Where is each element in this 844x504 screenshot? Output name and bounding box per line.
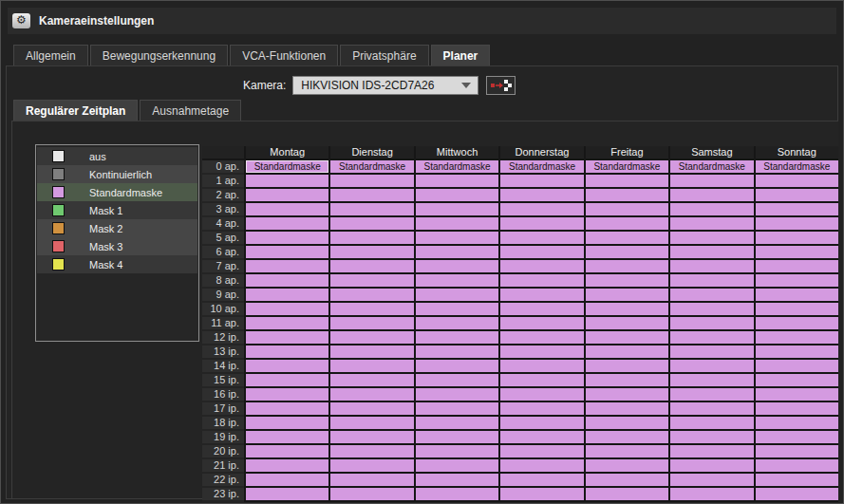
schedule-cell[interactable] (668, 488, 753, 502)
legend-item-mask-1[interactable]: Mask 1 (37, 201, 197, 219)
schedule-cell[interactable] (754, 417, 838, 431)
schedule-cell[interactable] (244, 459, 328, 474)
schedule-cell[interactable] (498, 374, 583, 388)
schedule-cell[interactable] (414, 175, 498, 189)
schedule-cell[interactable] (754, 331, 838, 345)
schedule-cell[interactable] (414, 274, 498, 289)
copy-to-cameras-button[interactable] (486, 76, 516, 95)
schedule-cell[interactable] (668, 388, 753, 402)
legend-item-mask-2[interactable]: Mask 2 (37, 219, 197, 237)
schedule-cell[interactable] (668, 289, 753, 303)
schedule-cell[interactable] (244, 402, 328, 417)
schedule-cell[interactable] (754, 374, 838, 388)
schedule-cell[interactable] (244, 289, 328, 303)
schedule-cell[interactable] (328, 374, 413, 388)
schedule-cell[interactable] (328, 246, 413, 260)
schedule-cell[interactable] (584, 246, 668, 260)
schedule-cell[interactable] (328, 417, 413, 431)
schedule-cell[interactable]: Standardmaske (244, 160, 328, 175)
schedule-cell[interactable] (584, 189, 668, 203)
schedule-cell[interactable] (244, 488, 328, 502)
schedule-cell[interactable] (754, 232, 838, 246)
schedule-cell[interactable] (244, 189, 328, 203)
schedule-cell[interactable] (414, 260, 498, 274)
schedule-cell[interactable] (754, 431, 838, 445)
schedule-cell[interactable] (414, 488, 498, 502)
schedule-cell[interactable] (328, 303, 413, 317)
schedule-cell[interactable] (244, 360, 328, 374)
schedule-cell[interactable] (328, 203, 413, 217)
schedule-cell[interactable] (498, 474, 583, 488)
schedule-cell[interactable] (244, 274, 328, 289)
schedule-cell[interactable] (584, 317, 668, 331)
schedule-cell[interactable] (414, 445, 498, 459)
schedule-cell[interactable] (328, 388, 413, 402)
schedule-cell[interactable] (584, 175, 668, 189)
schedule-cell[interactable] (414, 303, 498, 317)
schedule-cell[interactable] (754, 274, 838, 289)
schedule-cell[interactable] (584, 488, 668, 502)
subtab-ausnahmetage[interactable]: Ausnahmetage (140, 100, 241, 121)
schedule-cell[interactable] (498, 459, 583, 474)
schedule-cell[interactable]: Standardmaske (414, 160, 498, 175)
schedule-cell[interactable] (668, 331, 753, 345)
schedule-cell[interactable] (754, 189, 838, 203)
schedule-cell[interactable] (754, 388, 838, 402)
schedule-cell[interactable] (414, 246, 498, 260)
schedule-cell[interactable] (498, 431, 583, 445)
tab-allgemein[interactable]: Allgemein (13, 45, 88, 66)
schedule-cell[interactable] (668, 203, 753, 217)
schedule-cell[interactable]: Standardmaske (328, 160, 413, 175)
schedule-cell[interactable] (414, 232, 498, 246)
schedule-cell[interactable] (668, 303, 753, 317)
schedule-cell[interactable] (754, 260, 838, 274)
schedule-cell[interactable] (244, 431, 328, 445)
schedule-cell[interactable] (244, 317, 328, 331)
schedule-cell[interactable] (668, 345, 753, 360)
schedule-cell[interactable] (328, 360, 413, 374)
schedule-cell[interactable] (498, 445, 583, 459)
schedule-cell[interactable] (328, 474, 413, 488)
schedule-cell[interactable] (754, 445, 838, 459)
schedule-cell[interactable] (498, 246, 583, 260)
schedule-cell[interactable] (498, 232, 583, 246)
schedule-cell[interactable] (754, 345, 838, 360)
schedule-cell[interactable] (244, 445, 328, 459)
schedule-cell[interactable] (584, 331, 668, 345)
schedule-cell[interactable] (414, 331, 498, 345)
legend-item-mask-4[interactable]: Mask 4 (37, 255, 197, 273)
schedule-cell[interactable] (498, 488, 583, 502)
schedule-cell[interactable] (668, 260, 753, 274)
schedule-cell[interactable] (668, 175, 753, 189)
schedule-cell[interactable] (584, 402, 668, 417)
schedule-cell[interactable] (414, 289, 498, 303)
schedule-cell[interactable] (754, 360, 838, 374)
schedule-cell[interactable] (414, 474, 498, 488)
legend-item-mask-3[interactable]: Mask 3 (37, 237, 197, 255)
schedule-cell[interactable] (498, 203, 583, 217)
schedule-cell[interactable] (244, 374, 328, 388)
schedule-cell[interactable] (498, 274, 583, 289)
tab-bewegungserkennung[interactable]: Bewegungserkennung (90, 45, 228, 66)
schedule-cell[interactable] (754, 175, 838, 189)
schedule-cell[interactable] (584, 303, 668, 317)
schedule-cell[interactable] (754, 488, 838, 502)
schedule-cell[interactable] (414, 217, 498, 232)
schedule-cell[interactable] (754, 246, 838, 260)
schedule-cell[interactable] (414, 459, 498, 474)
schedule-cell[interactable] (244, 417, 328, 431)
schedule-cell[interactable] (414, 189, 498, 203)
schedule-cell[interactable] (328, 345, 413, 360)
schedule-cell[interactable] (328, 289, 413, 303)
schedule-cell[interactable] (414, 317, 498, 331)
schedule-cell[interactable] (414, 402, 498, 417)
schedule-cell[interactable] (498, 289, 583, 303)
schedule-cell[interactable] (668, 431, 753, 445)
schedule-cell[interactable] (244, 260, 328, 274)
schedule-cell[interactable] (498, 303, 583, 317)
schedule-cell[interactable] (244, 217, 328, 232)
schedule-cell[interactable] (498, 360, 583, 374)
schedule-cell[interactable] (328, 189, 413, 203)
schedule-cell[interactable] (668, 474, 753, 488)
schedule-cell[interactable] (584, 345, 668, 360)
